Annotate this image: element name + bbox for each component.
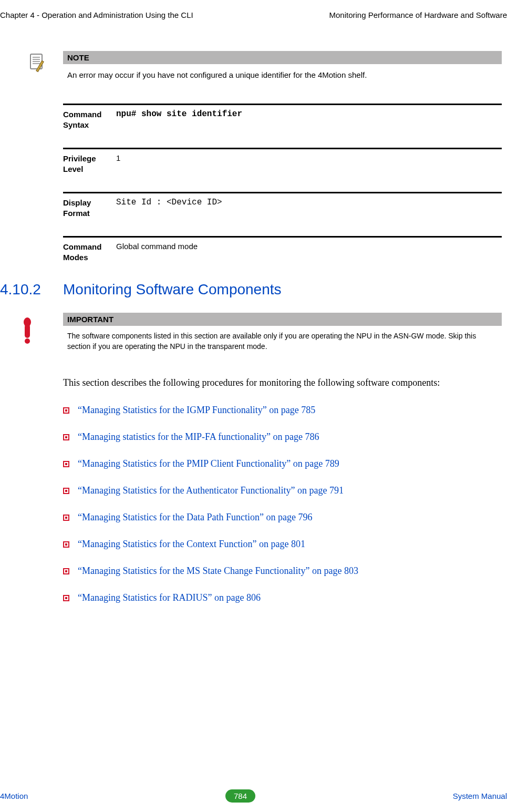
bullet-icon — [63, 541, 69, 548]
section-heading: 4.10.2 Monitoring Software Components — [0, 281, 502, 298]
important-text: The software components listed in this s… — [63, 326, 502, 354]
note-icon — [27, 52, 48, 73]
privilege-level-row: Privilege Level 1 — [63, 148, 502, 187]
list-item[interactable]: “Managing statistics for the MIP-FA func… — [63, 431, 502, 443]
command-syntax-value: npu# show site identifier — [113, 108, 502, 130]
privilege-level-label: Privilege Level — [63, 152, 113, 174]
section-number: 4.10.2 — [0, 281, 63, 298]
list-item[interactable]: “Managing Statistics for RADIUS” on page… — [63, 592, 502, 603]
note-text: An error may occur if you have not confi… — [63, 64, 502, 83]
bullet-icon — [63, 461, 69, 467]
link-text: “Managing Statistics for the PMIP Client… — [78, 458, 339, 469]
privilege-level-value: 1 — [113, 152, 502, 174]
page-header: Chapter 4 - Operation and Administration… — [0, 11, 507, 51]
display-format-row: Display Format Site Id : <Device ID> — [63, 192, 502, 231]
link-text: “Managing Statistics for the Data Path F… — [78, 512, 312, 522]
header-right: Monitoring Performance of Hardware and S… — [329, 11, 508, 19]
link-text: “Managing Statistics for the IGMP Functi… — [78, 405, 315, 415]
bullet-icon — [63, 515, 69, 521]
command-syntax-label: Command Syntax — [63, 108, 113, 130]
link-text: “Managing Statistics for the Authenticat… — [78, 485, 344, 496]
link-text: “Managing Statistics for RADIUS” on page… — [78, 592, 261, 603]
page-content: NOTE An error may occur if you have not … — [0, 51, 507, 603]
svg-point-8 — [25, 338, 30, 344]
bullet-icon — [63, 595, 69, 601]
footer-right: System Manual — [453, 792, 507, 800]
list-item[interactable]: “Managing Statistics for the PMIP Client… — [63, 458, 502, 469]
link-list: “Managing Statistics for the IGMP Functi… — [63, 405, 502, 603]
note-block: NOTE An error may occur if you have not … — [63, 51, 502, 83]
link-text: “Managing Statistics for the Context Fun… — [78, 539, 305, 549]
list-item[interactable]: “Managing Statistics for the IGMP Functi… — [63, 405, 502, 416]
display-format-label: Display Format — [63, 197, 113, 218]
list-item[interactable]: “Managing Statistics for the Context Fun… — [63, 539, 502, 550]
bullet-icon — [63, 488, 69, 494]
important-title: IMPORTANT — [63, 313, 502, 326]
bullet-icon — [63, 568, 69, 574]
important-block: IMPORTANT The software components listed… — [63, 313, 502, 354]
page-footer: 4Motion 784 System Manual — [0, 789, 507, 803]
link-text: “Managing statistics for the MIP-FA func… — [78, 431, 319, 442]
command-syntax-row: Command Syntax npu# show site identifier — [63, 104, 502, 142]
display-format-value: Site Id : <Device ID> — [113, 197, 502, 218]
list-item[interactable]: “Managing Statistics for the MS State Ch… — [63, 566, 502, 577]
svg-rect-7 — [25, 324, 30, 338]
command-modes-label: Command Modes — [63, 241, 113, 262]
important-icon — [21, 317, 34, 344]
page-number: 784 — [225, 789, 255, 803]
command-modes-value: Global command mode — [113, 241, 502, 262]
note-title: NOTE — [63, 51, 502, 64]
intro-paragraph: This section describes the following pro… — [63, 375, 502, 391]
footer-left: 4Motion — [0, 792, 28, 800]
section-title: Monitoring Software Components — [63, 281, 282, 298]
link-text: “Managing Statistics for the MS State Ch… — [78, 566, 358, 576]
list-item[interactable]: “Managing Statistics for the Data Path F… — [63, 512, 502, 523]
bullet-icon — [63, 434, 69, 440]
bullet-icon — [63, 407, 69, 414]
header-left: Chapter 4 - Operation and Administration… — [0, 11, 193, 19]
list-item[interactable]: “Managing Statistics for the Authenticat… — [63, 485, 502, 496]
command-modes-row: Command Modes Global command mode — [63, 236, 502, 275]
